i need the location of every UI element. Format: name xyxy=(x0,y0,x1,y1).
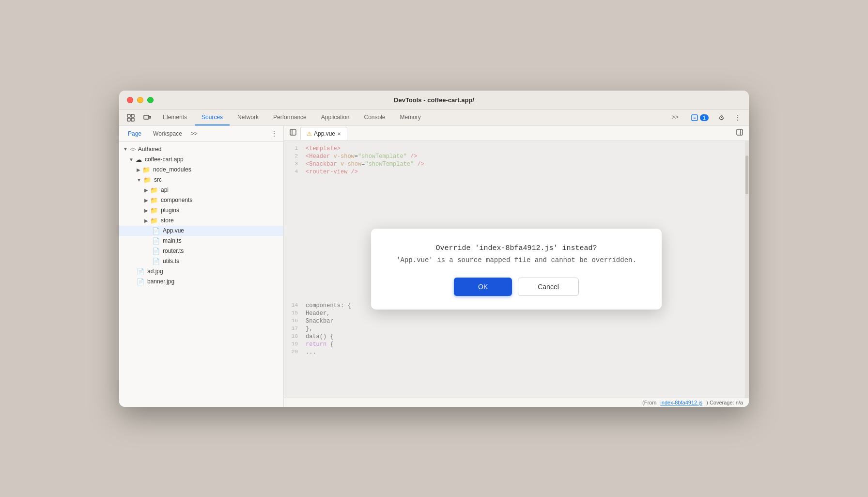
svg-rect-3 xyxy=(131,118,134,121)
dialog-buttons: OK Cancel xyxy=(390,278,642,296)
minimize-button[interactable] xyxy=(137,97,143,103)
plugins-arrow: ▶ xyxy=(144,208,148,213)
banner-jpg-file-icon: 📄 xyxy=(137,278,144,285)
plugins-folder-icon: 📁 xyxy=(150,207,158,214)
tab-application[interactable]: Application xyxy=(314,110,356,125)
tree-item-store[interactable]: ▶ 📁 store xyxy=(119,216,283,226)
warning-icon: ⚠ xyxy=(307,130,312,137)
dialog-overlay: Override 'index-8bfa4912.js' instead? 'A… xyxy=(284,141,749,398)
status-suffix: ) Coverage: n/a xyxy=(706,400,743,405)
code-file-tab-label: App.vue xyxy=(314,130,335,137)
svg-rect-2 xyxy=(127,118,130,121)
authored-arrow: ▼ xyxy=(123,146,128,152)
sidebar-tab-more[interactable]: >> xyxy=(189,128,200,139)
src-arrow: ▼ xyxy=(137,177,141,183)
ad-jpg-label: ad.jpg xyxy=(147,268,163,275)
tree-item-node-modules[interactable]: ▶ 📁 node_modules xyxy=(119,165,283,175)
code-panel: ⚠ App.vue ✕ 1 <template> xyxy=(284,126,749,407)
toggle-sidebar-icon[interactable] xyxy=(286,126,300,140)
app-vue-label: App.vue xyxy=(163,227,184,234)
dialog-title: Override 'index-8bfa4912.js' instead? xyxy=(390,244,642,252)
code-panel-right-toggle[interactable] xyxy=(732,126,747,140)
sidebar-tabs: Page Workspace >> ⋮ xyxy=(119,126,283,142)
device-icon[interactable] xyxy=(140,110,155,125)
tree-item-components[interactable]: ▶ 📁 components xyxy=(119,195,283,205)
code-content: 1 <template> 2 <Header v-show="showTempl… xyxy=(284,141,749,398)
tree-item-api[interactable]: ▶ 📁 api xyxy=(119,185,283,195)
tree-item-main-ts[interactable]: 📄 main.ts xyxy=(119,236,283,246)
more-options-icon[interactable]: ⋮ xyxy=(730,111,745,124)
tree-item-utils-ts[interactable]: 📄 utils.ts xyxy=(119,256,283,266)
svg-rect-5 xyxy=(149,116,151,118)
sidebar-tab-workspace[interactable]: Workspace xyxy=(148,128,187,139)
app-vue-file-icon: 📄 xyxy=(152,227,160,234)
plugins-label: plugins xyxy=(161,207,179,214)
tab-memory[interactable]: Memory xyxy=(393,110,428,125)
authored-section[interactable]: ▼ <> Authored xyxy=(119,144,283,155)
settings-icon[interactable]: ⚙ xyxy=(714,111,728,124)
title-bar: DevTools - coffee-cart.app/ xyxy=(119,91,749,110)
close-button[interactable] xyxy=(127,97,133,103)
cancel-button[interactable]: Cancel xyxy=(518,278,579,296)
status-link[interactable]: index-8bfa4912.js xyxy=(660,400,702,405)
sidebar: Page Workspace >> ⋮ ▼ <> Authored ▼ ☁ co… xyxy=(119,126,284,407)
maximize-button[interactable] xyxy=(147,97,154,103)
tab-console[interactable]: Console xyxy=(357,110,392,125)
console-count-badge[interactable]: ≡ 1 xyxy=(687,111,713,124)
folder-icon: 📁 xyxy=(142,166,150,173)
main-toolbar: Elements Sources Network Performance App… xyxy=(119,110,749,126)
tab-sources[interactable]: Sources xyxy=(195,110,230,125)
file-tree: ▼ <> Authored ▼ ☁ coffee-cart.app ▶ 📁 no… xyxy=(119,142,283,407)
code-file-tab-app-vue[interactable]: ⚠ App.vue ✕ xyxy=(300,127,347,140)
svg-rect-10 xyxy=(737,129,743,135)
components-label: components xyxy=(161,197,192,203)
router-ts-label: router.ts xyxy=(163,248,184,254)
api-arrow: ▶ xyxy=(144,187,148,193)
main-content: Page Workspace >> ⋮ ▼ <> Authored ▼ ☁ co… xyxy=(119,126,749,407)
router-ts-file-icon: 📄 xyxy=(152,248,160,255)
tab-performance[interactable]: Performance xyxy=(266,110,313,125)
tree-item-src[interactable]: ▼ 📁 src xyxy=(119,175,283,185)
svg-rect-8 xyxy=(290,129,296,135)
svg-rect-4 xyxy=(144,115,149,119)
toolbar-right: >> ≡ 1 ⚙ ⋮ xyxy=(665,110,745,125)
tree-item-banner-jpg[interactable]: 📄 banner.jpg xyxy=(119,277,283,287)
store-arrow: ▶ xyxy=(144,218,148,223)
ok-button[interactable]: OK xyxy=(454,278,512,296)
utils-ts-file-icon: 📄 xyxy=(152,258,160,265)
api-label: api xyxy=(161,186,169,193)
devtools-window: DevTools - coffee-cart.app/ Elements Sou… xyxy=(119,91,749,407)
node-modules-arrow: ▶ xyxy=(137,167,140,172)
tab-network[interactable]: Network xyxy=(231,110,265,125)
tree-item-app-vue[interactable]: 📄 App.vue xyxy=(119,226,283,236)
svg-rect-0 xyxy=(127,114,130,117)
main-ts-file-icon: 📄 xyxy=(152,237,160,245)
main-ts-label: main.ts xyxy=(163,237,182,244)
tab-more[interactable]: >> xyxy=(665,110,685,125)
node-modules-label: node_modules xyxy=(153,166,191,173)
traffic-lights xyxy=(127,97,154,103)
inspect-icon[interactable] xyxy=(123,110,139,125)
components-folder-icon: 📁 xyxy=(150,197,158,204)
close-tab-icon[interactable]: ✕ xyxy=(337,131,341,137)
tree-item-domain[interactable]: ▼ ☁ coffee-cart.app xyxy=(119,155,283,165)
status-prefix: (From xyxy=(642,400,656,405)
tree-item-plugins[interactable]: ▶ 📁 plugins xyxy=(119,205,283,216)
tree-item-ad-jpg[interactable]: 📄 ad.jpg xyxy=(119,266,283,277)
sidebar-tab-page[interactable]: Page xyxy=(123,128,146,139)
components-arrow: ▶ xyxy=(144,198,148,203)
src-label: src xyxy=(154,176,162,183)
banner-jpg-label: banner.jpg xyxy=(147,278,174,285)
sidebar-menu-icon[interactable]: ⋮ xyxy=(269,128,279,140)
cloud-icon: ☁ xyxy=(136,156,142,163)
authored-label: Authored xyxy=(138,146,162,153)
tree-item-router-ts[interactable]: 📄 router.ts xyxy=(119,246,283,256)
tab-elements[interactable]: Elements xyxy=(156,110,194,125)
override-dialog: Override 'index-8bfa4912.js' instead? 'A… xyxy=(371,229,662,310)
window-title: DevTools - coffee-cart.app/ xyxy=(394,96,474,104)
domain-label: coffee-cart.app xyxy=(145,156,184,163)
svg-rect-1 xyxy=(131,114,134,117)
utils-ts-label: utils.ts xyxy=(163,258,179,264)
console-count: 1 xyxy=(700,114,709,121)
svg-text:≡: ≡ xyxy=(693,115,696,120)
